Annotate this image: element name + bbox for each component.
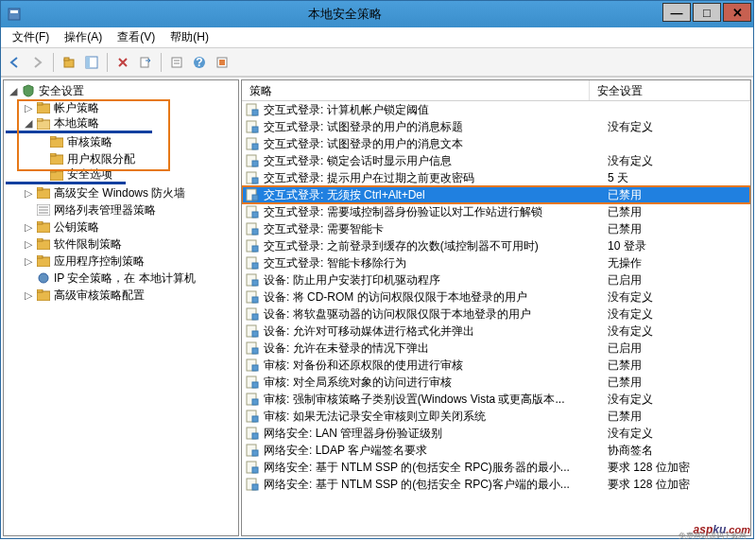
policy-name: 审核: 对备份和还原权限的使用进行审核 bbox=[264, 358, 463, 374]
menubar: 文件(F) 操作(A) 查看(V) 帮助(H) bbox=[1, 27, 753, 48]
svg-rect-15 bbox=[37, 102, 43, 105]
list-row[interactable]: 审核: 如果无法记录安全审核则立即关闭系统已禁用 bbox=[242, 408, 750, 425]
list-row[interactable]: 交互式登录: 需要智能卡已禁用 bbox=[242, 220, 750, 237]
up-button[interactable] bbox=[59, 52, 79, 73]
policy-name-cell: 设备: 将 CD-ROM 的访问权限仅限于本地登录的用户 bbox=[242, 289, 604, 305]
list-row[interactable]: 设备: 防止用户安装打印机驱动程序已启用 bbox=[242, 271, 750, 288]
menu-help[interactable]: 帮助(H) bbox=[163, 27, 216, 47]
policy-icon bbox=[246, 461, 261, 474]
properties-button[interactable] bbox=[166, 52, 187, 73]
menu-view[interactable]: 查看(V) bbox=[110, 27, 163, 47]
list-row[interactable]: 网络安全: LAN 管理器身份验证级别没有定义 bbox=[242, 425, 750, 442]
svg-rect-33 bbox=[37, 238, 43, 241]
maximize-button[interactable]: □ bbox=[693, 3, 721, 22]
list-row[interactable]: 网络安全: 基于 NTLM SSP 的(包括安全 RPC)服务器的最小...要求… bbox=[242, 459, 750, 476]
tree-label: 本地策略 bbox=[54, 115, 99, 131]
refresh-button[interactable] bbox=[212, 52, 232, 73]
svg-rect-46 bbox=[252, 161, 258, 166]
tree-appctrl[interactable]: ▷ 应用程序控制策略 bbox=[6, 253, 236, 270]
tree-ipsec[interactable]: IP 安全策略，在 本地计算机 bbox=[6, 270, 236, 287]
policy-setting-cell: 没有定义 bbox=[604, 426, 750, 442]
svg-rect-35 bbox=[37, 255, 43, 258]
tree-label: 高级审核策略配置 bbox=[54, 288, 145, 304]
close-button[interactable]: ✕ bbox=[723, 3, 751, 22]
expand-icon[interactable]: ▷ bbox=[23, 238, 34, 250]
svg-rect-19 bbox=[50, 136, 56, 139]
tree-firewall[interactable]: ▷ 高级安全 Windows 防火墙 bbox=[6, 184, 236, 201]
svg-rect-76 bbox=[252, 416, 258, 422]
list-row[interactable]: 交互式登录: 试图登录的用户的消息文本 bbox=[242, 135, 750, 152]
list-row[interactable]: 交互式登录: 之前登录到缓存的次数(域控制器不可用时)10 登录 bbox=[242, 237, 750, 254]
tree-advaudit[interactable]: ▷ 高级审核策略配置 bbox=[6, 287, 236, 304]
window-title: 本地安全策略 bbox=[27, 6, 662, 23]
svg-rect-23 bbox=[50, 169, 56, 172]
titlebar[interactable]: 本地安全策略 — □ ✕ bbox=[1, 1, 753, 27]
expand-icon[interactable]: ▷ bbox=[23, 187, 34, 199]
tree-root[interactable]: ◢ 安全设置 bbox=[6, 82, 236, 99]
tree-audit-policy[interactable]: 审核策略 bbox=[6, 133, 236, 150]
list-row[interactable]: 交互式登录: 试图登录的用户的消息标题没有定义 bbox=[242, 118, 750, 135]
menu-action[interactable]: 操作(A) bbox=[57, 27, 110, 47]
tree-local-policies[interactable]: ◢ 本地策略 bbox=[6, 116, 152, 133]
tree-netlist[interactable]: 网络列表管理器策略 bbox=[6, 201, 236, 218]
expand-icon[interactable]: ▷ bbox=[23, 221, 34, 233]
column-header-policy[interactable]: 策略 bbox=[242, 80, 590, 100]
expand-icon[interactable]: ▷ bbox=[23, 102, 34, 113]
policy-name: 交互式登录: 之前登录到缓存的次数(域控制器不可用时) bbox=[264, 238, 539, 254]
expand-icon[interactable]: ▷ bbox=[23, 255, 34, 267]
svg-rect-48 bbox=[252, 178, 258, 183]
svg-rect-62 bbox=[252, 297, 258, 303]
list-row[interactable]: 交互式登录: 需要域控制器身份验证以对工作站进行解锁已禁用 bbox=[242, 203, 750, 220]
policy-setting-cell: 已禁用 bbox=[604, 375, 750, 391]
svg-rect-64 bbox=[252, 314, 258, 320]
expand-icon[interactable]: ▷ bbox=[23, 289, 34, 301]
delete-button[interactable] bbox=[112, 52, 133, 73]
policy-name: 设备: 允许在未登录的情况下弹出 bbox=[264, 340, 429, 357]
list-row[interactable]: 交互式登录: 锁定会话时显示用户信息没有定义 bbox=[242, 152, 750, 169]
list-row[interactable]: 交互式登录: 提示用户在过期之前更改密码5 天 bbox=[242, 169, 750, 186]
list-row[interactable]: 设备: 将 CD-ROM 的访问权限仅限于本地登录的用户没有定义 bbox=[242, 288, 750, 305]
column-header-setting[interactable]: 安全设置 bbox=[590, 80, 750, 100]
policy-name: 设备: 将 CD-ROM 的访问权限仅限于本地登录的用户 bbox=[264, 289, 527, 305]
collapse-icon[interactable]: ◢ bbox=[23, 118, 34, 130]
list-row[interactable]: 审核: 强制审核策略子类别设置(Windows Vista 或更高版本...没有… bbox=[242, 391, 750, 408]
tree-security-options[interactable]: 安全选项 bbox=[6, 167, 126, 184]
tree-pane[interactable]: ◢ 安全设置 ▷ 帐户策略 ◢ 本地策略 审核策略 bbox=[3, 79, 239, 536]
policy-name-cell: 审核: 对备份和还原权限的使用进行审核 bbox=[242, 358, 604, 374]
policy-icon bbox=[246, 222, 261, 236]
help-button[interactable]: ? bbox=[189, 52, 210, 73]
list-row[interactable]: 设备: 将软盘驱动器的访问权限仅限于本地登录的用户没有定义 bbox=[242, 305, 750, 323]
back-button[interactable] bbox=[5, 52, 26, 73]
minimize-button[interactable]: — bbox=[662, 3, 691, 22]
svg-rect-70 bbox=[252, 365, 258, 371]
menu-file[interactable]: 文件(F) bbox=[5, 27, 57, 47]
policy-icon bbox=[246, 171, 261, 184]
list-row[interactable]: 网络安全: 基于 NTLM SSP 的(包括安全 RPC)客户端的最小...要求… bbox=[242, 476, 750, 493]
policy-setting-cell: 已禁用 bbox=[604, 204, 750, 220]
tree-label: 公钥策略 bbox=[54, 219, 99, 236]
list-row[interactable]: 审核: 对备份和还原权限的使用进行审核已禁用 bbox=[242, 357, 750, 374]
export-button[interactable] bbox=[135, 52, 156, 73]
show-hide-tree-button[interactable] bbox=[81, 52, 102, 73]
svg-rect-38 bbox=[37, 289, 43, 292]
svg-point-36 bbox=[39, 273, 48, 283]
list-row[interactable]: 交互式登录: 无须按 Ctrl+Alt+Del已禁用 bbox=[242, 186, 750, 203]
tree-account-policies[interactable]: ▷ 帐户策略 bbox=[6, 99, 236, 116]
forward-button[interactable] bbox=[27, 52, 48, 73]
list-row[interactable]: 审核: 对全局系统对象的访问进行审核已禁用 bbox=[242, 374, 750, 391]
list-row[interactable]: 设备: 允许对可移动媒体进行格式化并弹出没有定义 bbox=[242, 323, 750, 340]
list-row[interactable]: 网络安全: LDAP 客户端签名要求协商签名 bbox=[242, 442, 750, 459]
list-row[interactable]: 设备: 允许在未登录的情况下弹出已启用 bbox=[242, 340, 750, 357]
tree-label: 应用程序控制策略 bbox=[54, 253, 145, 270]
list-row[interactable]: 交互式登录: 计算机帐户锁定阈值 bbox=[242, 101, 750, 118]
collapse-icon[interactable]: ◢ bbox=[8, 85, 19, 96]
list-row[interactable]: 交互式登录: 智能卡移除行为无操作 bbox=[242, 254, 750, 271]
svg-rect-60 bbox=[252, 280, 258, 286]
svg-rect-78 bbox=[252, 433, 258, 439]
list-body[interactable]: 交互式登录: 计算机帐户锁定阈值交互式登录: 试图登录的用户的消息标题没有定义交… bbox=[242, 101, 750, 535]
svg-rect-72 bbox=[252, 382, 258, 388]
tree-user-rights[interactable]: 用户权限分配 bbox=[6, 150, 236, 167]
tree-software[interactable]: ▷ 软件限制策略 bbox=[6, 236, 236, 253]
folder-icon bbox=[49, 135, 64, 148]
tree-pubkey[interactable]: ▷ 公钥策略 bbox=[6, 218, 236, 236]
